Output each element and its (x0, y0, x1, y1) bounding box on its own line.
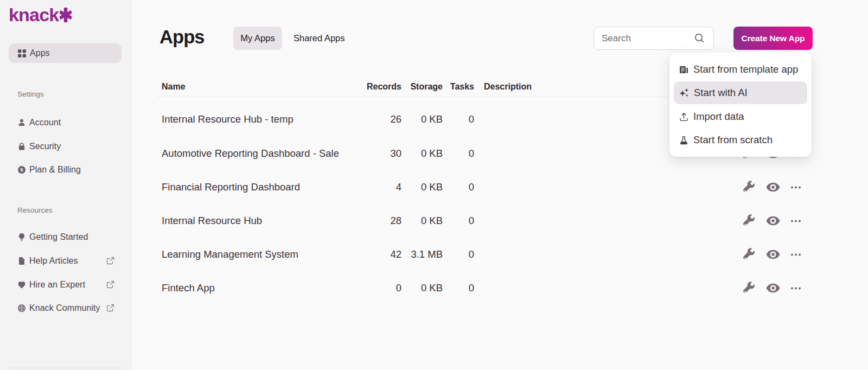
svg-text:$: $ (20, 167, 23, 173)
